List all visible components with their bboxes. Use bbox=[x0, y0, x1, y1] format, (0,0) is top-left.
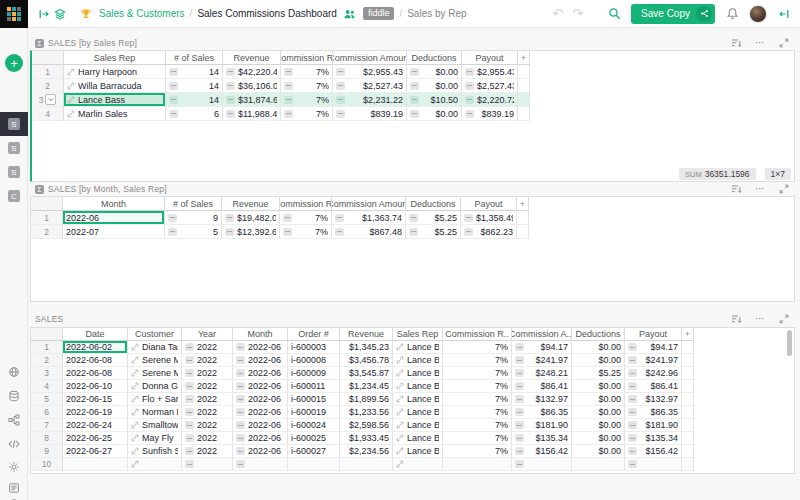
cell-date[interactable]: 2022-06-25 bbox=[63, 432, 128, 445]
cell-payout[interactable] bbox=[625, 458, 682, 471]
raw-data-icon[interactable] bbox=[8, 388, 20, 400]
cell-deductions[interactable]: $0.00 bbox=[572, 393, 625, 406]
cell-commission-r[interactable]: 7% bbox=[443, 419, 512, 432]
search-icon[interactable] bbox=[606, 6, 622, 22]
column-header-month[interactable]: Month bbox=[233, 328, 288, 341]
cell-revenue[interactable]: $3,545.87 bbox=[340, 367, 393, 380]
row-number-header[interactable] bbox=[31, 328, 63, 341]
cell-month[interactable]: 2022-06 bbox=[233, 341, 288, 354]
cell-deductions[interactable]: $0.00 bbox=[572, 419, 625, 432]
cell-revenue[interactable]: $36,106.08 bbox=[223, 79, 281, 93]
cell-date[interactable]: 2022-06-27 bbox=[63, 445, 128, 458]
column-header-commission-r[interactable]: Commission R.. bbox=[443, 328, 512, 341]
cell-customer[interactable]: Norman B... bbox=[128, 406, 182, 419]
cell-year[interactable] bbox=[182, 458, 233, 471]
cell-payout[interactable]: $86.41 bbox=[625, 380, 682, 393]
cell-deductions[interactable]: $0.00 bbox=[572, 406, 625, 419]
cell-order[interactable]: i-600024 bbox=[288, 419, 340, 432]
breadcrumb-doc-name[interactable]: Sales Commissions Dashboard bbox=[197, 8, 337, 19]
cell-sales-rep[interactable]: Lance Bass bbox=[393, 393, 443, 406]
cell-payout[interactable]: $839.19 bbox=[462, 107, 518, 121]
add-column-button[interactable]: + bbox=[518, 51, 530, 65]
cell-order[interactable]: i-600027 bbox=[288, 445, 340, 458]
cell-commission-r[interactable]: 7% bbox=[281, 107, 333, 121]
row-number[interactable]: 1 bbox=[31, 211, 63, 225]
cell-deductions[interactable]: $5.25 bbox=[406, 225, 461, 239]
cell-payout[interactable]: $2,955.43 bbox=[462, 65, 518, 79]
cell-customer[interactable]: Smalltown... bbox=[128, 419, 182, 432]
cell-customer[interactable]: Diana Tar... bbox=[128, 341, 182, 354]
column-header-commission-amount[interactable]: Commission Amount bbox=[332, 197, 406, 211]
cell-deductions[interactable] bbox=[572, 458, 625, 471]
column-header-revenue[interactable]: Revenue bbox=[340, 328, 393, 341]
cell-date[interactable]: 2022-06-15 bbox=[63, 393, 128, 406]
cell-customer[interactable]: Serene M... bbox=[128, 367, 182, 380]
cell-sales-rep[interactable]: Lance Bass bbox=[393, 406, 443, 419]
row-number[interactable]: 3 bbox=[32, 93, 64, 107]
cell-commission-r[interactable]: 7% bbox=[281, 65, 333, 79]
cell-commission-a[interactable]: $94.17 bbox=[512, 341, 572, 354]
cell-commission-a[interactable]: $86.35 bbox=[512, 406, 572, 419]
share-users-icon[interactable] bbox=[342, 6, 358, 22]
cell-payout[interactable]: $181.90 bbox=[625, 419, 682, 432]
cell-year[interactable]: 2022 bbox=[182, 406, 233, 419]
cell-payout[interactable]: $135.34 bbox=[625, 432, 682, 445]
column-header-order[interactable]: Order # bbox=[288, 328, 340, 341]
cell-deductions[interactable]: $0.00 bbox=[572, 354, 625, 367]
cell-customer[interactable]: Sunfish S... bbox=[128, 445, 182, 458]
add-column-button[interactable]: + bbox=[517, 197, 529, 211]
column-header-commission-r[interactable]: Commission R.. bbox=[280, 197, 332, 211]
cell-of-sales[interactable]: 14 bbox=[166, 93, 223, 107]
cell-revenue[interactable]: $1,345.23 bbox=[340, 341, 393, 354]
cell-payout[interactable]: $2,527.43 bbox=[462, 79, 518, 93]
widget-menu-icon[interactable]: ⋯ bbox=[755, 184, 766, 194]
cell-deductions[interactable]: $0.00 bbox=[407, 107, 462, 121]
cell-commission-r[interactable]: 7% bbox=[443, 432, 512, 445]
cell-commission-r[interactable]: 7% bbox=[443, 406, 512, 419]
row-number[interactable]: 2 bbox=[31, 354, 63, 367]
row-number-header[interactable] bbox=[32, 51, 64, 65]
cell-month[interactable]: 2022-06 bbox=[233, 393, 288, 406]
diagram-icon[interactable] bbox=[8, 412, 20, 424]
cell-year[interactable]: 2022 bbox=[182, 419, 233, 432]
cell-commission-a[interactable]: $132.97 bbox=[512, 393, 572, 406]
row-number[interactable]: 1 bbox=[32, 65, 64, 79]
cell-order[interactable]: i-600011 bbox=[288, 380, 340, 393]
column-header-date[interactable]: Date bbox=[63, 328, 128, 341]
cell-of-sales[interactable]: 5 bbox=[165, 225, 222, 239]
column-header-deductions[interactable]: Deductions bbox=[406, 197, 461, 211]
cell-commission-amount[interactable]: $867.48 bbox=[332, 225, 406, 239]
cell-commission-a[interactable]: $86.41 bbox=[512, 380, 572, 393]
cell-date[interactable]: 2022-06-24 bbox=[63, 419, 128, 432]
cell-commission-r[interactable]: 7% bbox=[443, 341, 512, 354]
filter-icon[interactable] bbox=[731, 310, 742, 328]
column-header-sales-rep[interactable]: Sales Rep bbox=[393, 328, 443, 341]
column-header-of-sales[interactable]: # of Sales bbox=[165, 197, 222, 211]
cell-commission-r[interactable]: 7% bbox=[443, 393, 512, 406]
cell-commission-a[interactable]: $181.90 bbox=[512, 419, 572, 432]
cell-sales-rep[interactable] bbox=[393, 458, 443, 471]
cell-month[interactable]: 2022-06 bbox=[233, 419, 288, 432]
cell-commission-r[interactable]: 7% bbox=[443, 380, 512, 393]
cell-of-sales[interactable]: 9 bbox=[165, 211, 222, 225]
cell-year[interactable]: 2022 bbox=[182, 432, 233, 445]
row-number[interactable]: 4 bbox=[31, 380, 63, 393]
cell-sales-rep[interactable]: Lance Bass bbox=[64, 93, 166, 107]
cell-payout[interactable]: $1,358.49 bbox=[461, 211, 517, 225]
cell-month[interactable]: 2022-07 bbox=[63, 225, 165, 239]
sidebar-page-s[interactable]: S bbox=[0, 136, 28, 160]
column-header-commission-r[interactable]: Commission R.. bbox=[281, 51, 333, 65]
cell-month[interactable]: 2022-06 bbox=[233, 354, 288, 367]
sidebar-page-s[interactable]: S bbox=[0, 112, 28, 136]
row-number[interactable]: 7 bbox=[31, 419, 63, 432]
cell-sales-rep[interactable]: Willa Barracuda bbox=[64, 79, 166, 93]
cell-of-sales[interactable]: 6 bbox=[166, 107, 223, 121]
cell-commission-a[interactable]: $241.97 bbox=[512, 354, 572, 367]
cell-payout[interactable]: $94.17 bbox=[625, 341, 682, 354]
column-header-payout[interactable]: Payout bbox=[462, 51, 518, 65]
cell-month[interactable]: 2022-06 bbox=[233, 367, 288, 380]
cell-commission-r[interactable]: 7% bbox=[281, 93, 333, 107]
undo-icon[interactable]: ↶ bbox=[552, 7, 563, 20]
cell-month[interactable] bbox=[233, 458, 288, 471]
row-number[interactable]: 10 bbox=[31, 458, 63, 471]
